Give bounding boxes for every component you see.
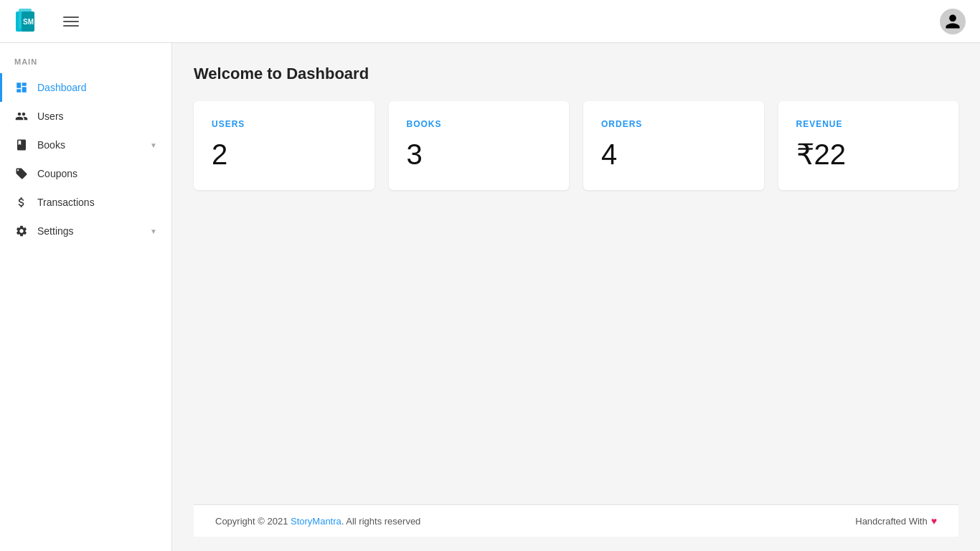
coupons-icon [14, 166, 29, 181]
transactions-icon [14, 195, 29, 209]
sidebar-item-dashboard-label: Dashboard [37, 82, 87, 93]
books-icon [14, 138, 29, 152]
sidebar-item-coupons-label: Coupons [37, 168, 77, 179]
main-content: Welcome to Dashboard USERS 2 BOOKS 3 ORD… [172, 43, 980, 551]
revenue-card-label: REVENUE [796, 119, 941, 129]
sidebar-item-users-label: Users [37, 110, 64, 122]
orders-card-value: 4 [601, 140, 746, 169]
avatar-button[interactable] [940, 9, 966, 34]
footer: Copyright © 2021 StoryMantra. All rights… [194, 504, 958, 537]
avatar-icon [940, 9, 966, 34]
user-avatar-icon [944, 13, 961, 30]
sidebar-section-label: MAIN [0, 57, 171, 73]
books-stat-card: BOOKS 3 [389, 101, 570, 190]
footer-right-text: Handcrafted With [855, 516, 927, 527]
orders-stat-card: ORDERS 4 [583, 101, 764, 190]
revenue-amount: 22 [814, 138, 847, 170]
logo-area: SM [14, 6, 46, 37]
books-card-value: 3 [407, 140, 552, 169]
page-title: Welcome to Dashboard [194, 65, 958, 83]
sidebar-item-settings-label: Settings [37, 225, 74, 237]
books-chevron-icon: ▼ [150, 141, 157, 149]
sidebar-item-coupons[interactable]: Coupons [0, 159, 171, 188]
sidebar-item-transactions-label: Transactions [37, 197, 95, 208]
stats-cards-row: USERS 2 BOOKS 3 ORDERS 4 REVENUE ₹22 [194, 101, 958, 190]
logo-icon: SM [14, 6, 46, 37]
revenue-card-value: ₹22 [796, 140, 941, 169]
revenue-stat-card: REVENUE ₹22 [778, 101, 959, 190]
footer-copyright-text: Copyright © 2021 [215, 516, 291, 527]
books-card-label: BOOKS [407, 119, 552, 129]
footer-copyright-suffix: . All rights reserved [341, 516, 421, 527]
settings-icon [14, 224, 29, 238]
dashboard-icon [14, 80, 29, 95]
content-spacer [194, 212, 958, 504]
orders-card-label: ORDERS [601, 119, 746, 129]
sidebar-item-books[interactable]: Books ▼ [0, 131, 171, 159]
users-icon [14, 109, 29, 123]
footer-copyright: Copyright © 2021 StoryMantra. All rights… [215, 516, 420, 527]
sidebar-item-transactions[interactable]: Transactions [0, 188, 171, 217]
users-card-value: 2 [212, 140, 357, 169]
settings-chevron-icon: ▼ [150, 227, 157, 235]
sidebar: MAIN Dashboard Users [0, 43, 172, 551]
footer-brand-link[interactable]: StoryMantra [291, 516, 341, 527]
header-left: SM [14, 6, 82, 37]
sidebar-item-dashboard[interactable]: Dashboard [0, 73, 171, 102]
users-stat-card: USERS 2 [194, 101, 374, 190]
top-header: SM [0, 0, 980, 43]
svg-text:SM: SM [23, 18, 34, 26]
sidebar-item-settings[interactable]: Settings ▼ [0, 217, 171, 245]
footer-right: Handcrafted With ♥ [855, 515, 937, 527]
sidebar-item-books-label: Books [37, 139, 65, 151]
hamburger-button[interactable] [60, 14, 82, 29]
sidebar-item-users[interactable]: Users [0, 102, 171, 131]
heart-icon: ♥ [931, 515, 937, 527]
users-card-label: USERS [212, 119, 357, 129]
layout: MAIN Dashboard Users [0, 43, 980, 551]
revenue-prefix: ₹ [796, 138, 814, 170]
